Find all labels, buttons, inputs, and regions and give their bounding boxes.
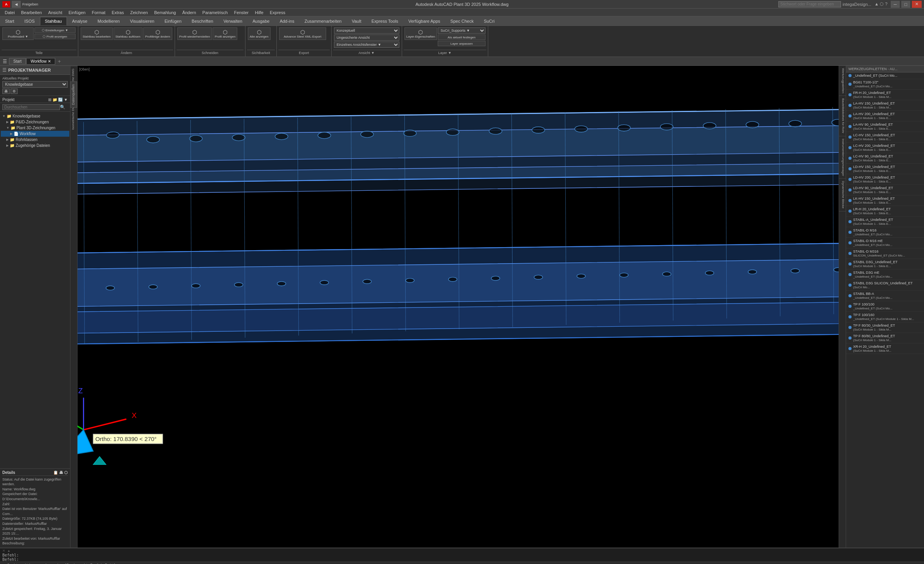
project-dropdown[interactable]: Knowledgebase bbox=[2, 81, 68, 88]
menu-fenster[interactable]: Fenster bbox=[231, 9, 252, 16]
file-tab-start[interactable]: Start bbox=[9, 58, 26, 65]
aktuell-festlegen-btn[interactable]: Als aktuell festlegen bbox=[438, 34, 485, 40]
proj-btn-print[interactable]: 🖶 bbox=[2, 89, 10, 94]
proj-btn-settings[interactable]: ⚙ bbox=[11, 89, 18, 94]
right-item-22[interactable]: TP F 100/100_Undefined_ET (SuCri Mo... bbox=[846, 301, 924, 312]
tab-vault[interactable]: Vault bbox=[346, 17, 366, 25]
alle-anzeigen-btn[interactable]: ⬡ Alle anzeigen bbox=[248, 27, 271, 40]
right-item-24[interactable]: TP F 80/30_Undefined_ET(SuCri Module 1 -… bbox=[846, 322, 924, 333]
right-item-19[interactable]: STABIL D3G mE_Undefined_ET (SuCri Mo... bbox=[846, 269, 924, 280]
global-search-input[interactable] bbox=[778, 1, 841, 7]
menu-datei[interactable]: Datei bbox=[2, 9, 18, 16]
right-item-12[interactable]: LK-HV 150_Undefined_ET(SuCri Module 1 - … bbox=[846, 195, 924, 206]
menu-bearbeiten[interactable]: Bearbeiten bbox=[18, 9, 45, 16]
tab-spec-check[interactable]: Spec Check bbox=[445, 17, 478, 25]
tab-isos[interactable]: ISOS bbox=[19, 17, 40, 25]
right-item-9[interactable]: LD-HV 150_Undefined_ET(SuCri Module 1 - … bbox=[846, 164, 924, 174]
menu-hilfe[interactable]: Hilfe bbox=[252, 9, 267, 16]
ansicht-konzeptuell-dropdown[interactable]: Konzeptuell Drahtgittermodell Realistisc… bbox=[334, 27, 399, 34]
maximize-btn[interactable]: □ bbox=[901, 1, 910, 8]
stahlbau-btn2[interactable]: ⬡ Profil anzeigen bbox=[34, 34, 76, 39]
menu-aendern[interactable]: Ändern bbox=[179, 9, 199, 16]
ansicht-ungesichert-dropdown[interactable]: Ungesicherte Ansicht bbox=[334, 34, 399, 41]
tree-item-rohrklassen[interactable]: ▶ 📁 Rohrklassen bbox=[1, 137, 69, 143]
right-item-26[interactable]: XR-H 20_Undefined_ET(SuCri Module 1 - Si… bbox=[846, 343, 924, 354]
right-item-14[interactable]: STABIL-A_Undefined_ET(SuCri Module 1 - S… bbox=[846, 217, 924, 227]
quick-access-btn[interactable]: ◀ bbox=[12, 1, 21, 8]
tree-item-pid[interactable]: ▶ 📁 P&ID-Zeichnungen bbox=[1, 119, 69, 125]
menu-extras[interactable]: Extras bbox=[108, 9, 127, 16]
menu-format[interactable]: Format bbox=[88, 9, 108, 16]
menu-bemahlung[interactable]: Bemahlung bbox=[151, 9, 179, 16]
tab-ausgabe[interactable]: Ausgabe bbox=[247, 17, 274, 25]
right-item-3[interactable]: LA-HV 150_Undefined_ET(SuCri Module 1 - … bbox=[846, 100, 924, 111]
tab-dynamische-bloecke[interactable]: Dynamische Blöcke bbox=[839, 179, 846, 211]
right-item-16[interactable]: STABIL-D M16 mE_Undefined_ET (SuCri Mo..… bbox=[846, 238, 924, 248]
tab-bauteilbibliothek[interactable]: Bauteilbibliothek für Rohr bbox=[839, 96, 846, 136]
right-item-6[interactable]: LC-HV 150_Undefined_ET(SuCri Module 1 - … bbox=[846, 132, 924, 143]
tab-visualisieren[interactable]: Visualisieren bbox=[125, 17, 159, 25]
menu-zeichnen[interactable]: Zeichnen bbox=[127, 9, 151, 16]
new-tab-btn[interactable]: + bbox=[56, 58, 63, 65]
stahlbau-aufloesen-btn[interactable]: ⬡ Stahlbau auflösen bbox=[114, 27, 143, 40]
tree-item-dateien[interactable]: ▶ 📁 Zugehörige Dateien bbox=[1, 143, 69, 148]
tab-verwalten[interactable]: Verwalten bbox=[218, 17, 247, 25]
advance-steel-btn[interactable]: ⬡ Advance Steel XML-Export bbox=[279, 27, 326, 40]
stahlbau-bearbeiten-btn[interactable]: ⬡ Stahlbau bearbeiten bbox=[81, 27, 113, 40]
cmd-close-btn[interactable]: ✕ bbox=[2, 549, 5, 553]
ansicht-einzelnes-dropdown[interactable]: Einzelnes Ansichtsfenster ▼ bbox=[334, 42, 399, 48]
right-item-7[interactable]: LC-HV 200_Undefined_ET(SuCri Module 1 - … bbox=[846, 143, 924, 153]
menu-ansicht[interactable]: Ansicht bbox=[45, 9, 65, 16]
right-item-5[interactable]: LA-HV 90_Undefined_ET(SuCri Module 1 - S… bbox=[846, 121, 924, 132]
profil-anzeigen-btn[interactable]: ⬡ Profil anzeigen bbox=[213, 27, 237, 40]
right-item-4[interactable]: LA-HV 200_Undefined_ET(SuCri Module 1 - … bbox=[846, 111, 924, 121]
menu-einfuegen[interactable]: Einfügen bbox=[65, 9, 88, 16]
right-item-10[interactable]: LD-HV 200_Undefined_ET(SuCri Module 1 - … bbox=[846, 174, 924, 185]
right-item-0[interactable]: _Undefined_ET (SuCri Mo... bbox=[846, 72, 924, 79]
tab-instrumentierung[interactable]: Instrumentierungsmanager bbox=[839, 136, 846, 179]
right-item-8[interactable]: LC-HV 90_Undefined_ET(SuCri Module 1 - S… bbox=[846, 153, 924, 164]
tab-zusammenarbeiten[interactable]: Zusammenarbeiten bbox=[300, 17, 347, 25]
right-item-23[interactable]: TP F 100/160_Undefined_ET (SuCri Module … bbox=[846, 312, 924, 322]
tab-beschriften[interactable]: Beschriften bbox=[187, 17, 218, 25]
menu-parametrisch[interactable]: Parametrisch bbox=[199, 9, 231, 16]
datenquellen-tab[interactable]: Datenquellen bbox=[70, 81, 77, 108]
tab-expresstools[interactable]: Express Tools bbox=[366, 17, 403, 25]
profilmodell-btn[interactable]: ⬡ Profilmodell ▼ bbox=[2, 27, 34, 40]
viewport[interactable]: X Y Z Ortho: 170.8390 < 270° [Oben] bbox=[78, 66, 839, 548]
close-btn[interactable]: ✕ bbox=[912, 1, 922, 8]
layer-eigenschaften-btn[interactable]: ⬡ Layer-Eigenschaften bbox=[404, 27, 437, 40]
tab-einfuegen[interactable]: Einfügen bbox=[159, 17, 186, 25]
layer-anpassen-btn[interactable]: Layer anpassen bbox=[438, 41, 485, 46]
profil-wiederherstellen-btn[interactable]: ⬡ Profil wiederherstellen bbox=[177, 27, 212, 40]
sucri-supports-dropdown[interactable]: SuCri_Supports ▼ bbox=[438, 27, 485, 34]
tab-stahlbau[interactable]: Stahlbau bbox=[40, 17, 67, 25]
sidebar-search-input[interactable] bbox=[2, 104, 60, 110]
einstellungen-btn[interactable]: ⬡ Einstellungen ▼ bbox=[34, 27, 76, 33]
tab-werkzeugpaletten[interactable]: Werkzeugpaletten bbox=[839, 66, 846, 96]
right-item-13[interactable]: LR-H 20_Undefined_ET(SuCri Module 1 - Si… bbox=[846, 206, 924, 217]
search-icon[interactable]: 🔍 bbox=[60, 105, 65, 110]
tab-verfuegbare-apps[interactable]: Verfügbare Apps bbox=[403, 17, 445, 25]
profillinige-btn[interactable]: ⬡ Profillinige ändern bbox=[143, 27, 172, 40]
right-item-2[interactable]: FR-H 20_Undefined_ET(SuCri Module 1 - Si… bbox=[846, 90, 924, 100]
cmd-scroll-up[interactable]: ▲ bbox=[7, 549, 11, 553]
right-item-25[interactable]: TP F 80/80_Undefined_ET(SuCri Module 1 -… bbox=[846, 333, 924, 343]
hamburger-btn[interactable]: ☰ bbox=[2, 58, 8, 65]
right-item-17[interactable]: STABIL-D M316SILICON_Undefined_ET (SuCri… bbox=[846, 248, 924, 259]
tree-item-workflow[interactable]: ▶ 📄 Workflow bbox=[1, 131, 69, 137]
tree-item-knowledgebase[interactable]: ▼ 📁 Knowledgebase bbox=[1, 113, 69, 119]
tab-modellieren[interactable]: Modellieren bbox=[92, 17, 125, 25]
tree-item-plant3d[interactable]: ▼ 📁 Plant 3D-Zeichnungen bbox=[1, 125, 69, 131]
tab-start[interactable]: Start bbox=[0, 17, 19, 25]
right-item-20[interactable]: STABIL D3G SILICON_Undefined_ET(SuCri Mo… bbox=[846, 280, 924, 291]
file-tab-workflow[interactable]: Workflow ✕ bbox=[26, 58, 55, 65]
right-item-11[interactable]: LD-HV 90_Undefined_ET(SuCri Module 1 - S… bbox=[846, 185, 924, 195]
tab-analyse[interactable]: Analyse bbox=[67, 17, 92, 25]
right-item-18[interactable]: STABIL D3G_Undefined_ET(SuCri Module 1 -… bbox=[846, 259, 924, 269]
right-item-21[interactable]: STABIL BB-A_Undefined_ET (SuCri Mo... bbox=[846, 291, 924, 301]
right-item-1[interactable]: BG61 T100-1/2"_Undefined_ET (SuCri Mo... bbox=[846, 79, 924, 90]
tab-addins[interactable]: Add-ins bbox=[274, 17, 299, 25]
tab-sucri[interactable]: SuCri bbox=[479, 17, 500, 25]
menu-express[interactable]: Express bbox=[267, 9, 289, 16]
